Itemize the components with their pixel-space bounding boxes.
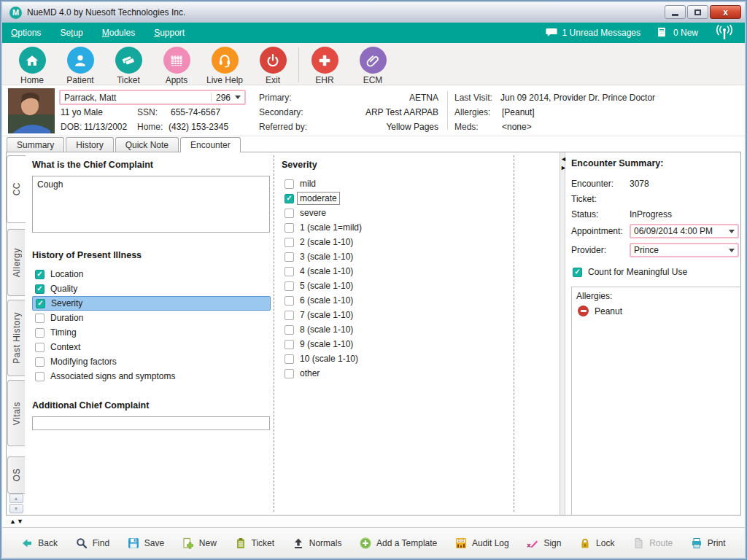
floppy-icon	[128, 537, 139, 549]
checkbox[interactable]	[285, 369, 294, 378]
power-icon	[260, 47, 287, 74]
sign-button[interactable]: Sign	[527, 537, 561, 549]
hpi-item-location[interactable]: Location	[32, 267, 271, 281]
checkbox[interactable]	[285, 209, 294, 218]
tab-history[interactable]: History	[66, 137, 113, 152]
hpi-item-timing[interactable]: Timing	[32, 325, 271, 340]
severity-item[interactable]: mild	[282, 176, 511, 191]
hpi-item-modifying-factors[interactable]: Modifying factors	[32, 354, 271, 369]
hpi-item-associated-signs[interactable]: Associated signs and symptoms	[32, 369, 271, 384]
patient-button[interactable]: Patient	[56, 47, 104, 85]
severity-item[interactable]: 7 (scale 1-10)	[282, 308, 511, 322]
hpi-item-quality[interactable]: Quality	[32, 281, 271, 296]
checkbox[interactable]	[35, 284, 44, 294]
live-help-button[interactable]: Live Help	[201, 47, 249, 85]
tab-scroll-down-button[interactable]: ▼	[9, 504, 23, 513]
tab-encounter[interactable]: Encounter	[180, 137, 241, 152]
side-tab-allergy[interactable]: Allergy	[7, 229, 25, 296]
meaningful-use-checkbox-row[interactable]: Count for Meaningful Use	[573, 265, 740, 279]
provider-dropdown[interactable]: Prince	[630, 243, 739, 257]
exit-button[interactable]: Exit	[249, 47, 297, 85]
panel-splitter[interactable]: ◄ ►	[560, 152, 565, 515]
normals-button[interactable]: Normals	[293, 537, 342, 549]
new-button[interactable]: New	[182, 537, 217, 549]
new-items[interactable]: 0 New	[657, 27, 698, 39]
checkbox[interactable]	[285, 194, 294, 203]
checkbox[interactable]	[285, 179, 294, 189]
menu-modules[interactable]: Modules	[102, 28, 135, 38]
checkbox[interactable]	[285, 325, 294, 335]
severity-item[interactable]: 2 (scale 1-10)	[282, 235, 511, 249]
save-button[interactable]: Save	[128, 537, 164, 549]
patient-selector[interactable]: Parrack, Matt 296	[59, 90, 246, 105]
checkbox[interactable]	[285, 281, 294, 291]
checkbox[interactable]	[36, 299, 45, 308]
person-icon	[67, 47, 94, 74]
severity-item[interactable]: 9 (scale 1-10)	[282, 337, 511, 351]
hpi-item-context[interactable]: Context	[32, 340, 271, 354]
checkbox[interactable]	[35, 270, 44, 279]
severity-item[interactable]: other	[282, 366, 511, 381]
ticket-button[interactable]: Ticket	[104, 47, 152, 85]
hpi-item-severity[interactable]: Severity	[32, 296, 271, 311]
menu-options[interactable]: Options	[11, 28, 41, 38]
add-template-button[interactable]: Add a Template	[360, 537, 437, 549]
tab-summary[interactable]: Summary	[7, 137, 64, 152]
additional-cc-input[interactable]	[32, 416, 270, 430]
side-tab-vitals[interactable]: Vitals	[7, 380, 25, 446]
severity-item[interactable]: 8 (scale 1-10)	[282, 322, 511, 337]
ehr-button[interactable]: EHR	[301, 47, 349, 85]
side-tab-past-history[interactable]: Past History	[7, 300, 25, 377]
find-button[interactable]: Find	[76, 537, 109, 549]
tab-quick-note[interactable]: Quick Note	[115, 137, 179, 152]
checkbox[interactable]	[35, 314, 44, 323]
checkbox[interactable]	[285, 340, 294, 349]
minimize-button[interactable]	[665, 5, 686, 19]
audit-log-button[interactable]: 12 Audit Log	[455, 537, 509, 549]
print-button[interactable]: Print	[691, 537, 726, 549]
checkbox[interactable]	[285, 311, 294, 320]
severity-item[interactable]: 10 (scale 1-10)	[282, 351, 511, 366]
back-button[interactable]: Back	[21, 537, 58, 549]
lock-button[interactable]: Lock	[579, 537, 614, 549]
menu-setup[interactable]: Setup	[60, 28, 82, 38]
restore-button[interactable]	[687, 5, 708, 19]
tab-scroll-up-button[interactable]: ▲	[9, 494, 23, 503]
hpi-item-duration[interactable]: Duration	[32, 311, 271, 325]
checkbox[interactable]	[285, 223, 294, 233]
checkbox[interactable]	[35, 357, 44, 367]
scroll-down-icon[interactable]: ▼	[17, 518, 24, 525]
chief-complaint-textarea[interactable]: Cough	[32, 176, 270, 233]
ticket-action-button[interactable]: Ticket	[235, 537, 275, 549]
checkbox[interactable]	[285, 354, 294, 364]
scroll-up-icon[interactable]: ▲	[9, 518, 17, 525]
menu-support[interactable]: Support	[154, 28, 185, 38]
severity-item[interactable]: moderate	[282, 191, 511, 206]
side-tab-os[interactable]: OS	[7, 456, 25, 494]
checkbox[interactable]	[573, 268, 582, 277]
expand-right-icon[interactable]: ►	[560, 163, 565, 172]
close-button[interactable]: x	[710, 5, 741, 19]
unread-messages[interactable]: 1 Unread Messages	[546, 27, 640, 39]
checkbox[interactable]	[35, 343, 44, 352]
checkbox[interactable]	[35, 328, 44, 338]
home-button[interactable]: Home	[8, 47, 56, 85]
ecm-button[interactable]: ECM	[349, 47, 397, 85]
side-tab-cc[interactable]: CC	[7, 155, 26, 223]
severity-item[interactable]: 6 (scale 1-10)	[282, 293, 511, 308]
collapse-left-icon[interactable]: ◄	[560, 155, 565, 163]
severity-item[interactable]: 3 (scale 1-10)	[282, 249, 511, 264]
encounter-label: Encounter:	[571, 179, 630, 189]
checkbox[interactable]	[285, 267, 294, 276]
checkbox[interactable]	[285, 238, 294, 247]
severity-item[interactable]: severe	[282, 206, 511, 220]
appointment-dropdown[interactable]: 06/09/2014 4:00 PM	[630, 224, 739, 238]
checkbox[interactable]	[285, 296, 294, 306]
severity-item[interactable]: 1 (scale 1=mild)	[282, 220, 511, 235]
route-button[interactable]: Route	[632, 537, 673, 549]
checkbox[interactable]	[35, 372, 44, 381]
severity-item[interactable]: 5 (scale 1-10)	[282, 279, 511, 293]
severity-item[interactable]: 4 (scale 1-10)	[282, 264, 511, 279]
appointments-button[interactable]: Appts	[152, 47, 201, 85]
checkbox[interactable]	[285, 252, 294, 262]
